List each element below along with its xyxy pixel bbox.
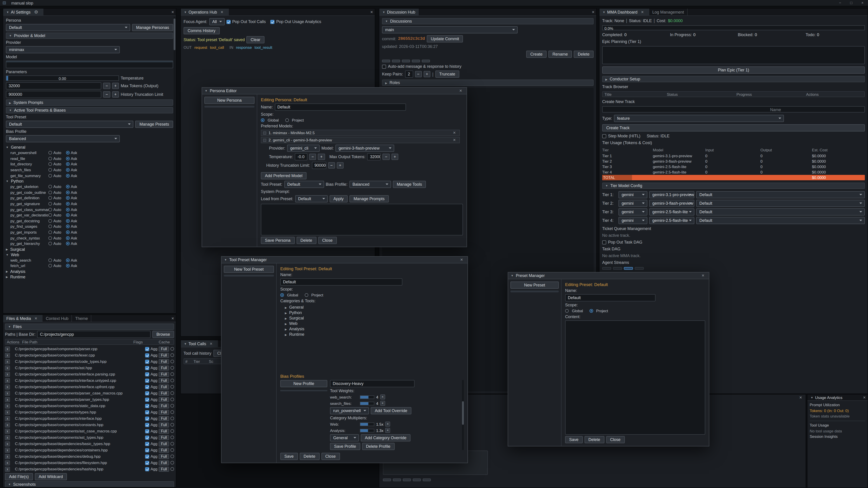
multiplier-slider[interactable] xyxy=(360,422,374,426)
remove-file-button[interactable]: x xyxy=(5,403,10,408)
close-icon[interactable]: × xyxy=(639,10,646,14)
tab-log-management[interactable]: Log Management xyxy=(649,8,688,15)
cache-radio[interactable] xyxy=(170,429,174,433)
add-file-button[interactable]: Add File(s) xyxy=(5,473,33,480)
cache-radio[interactable] xyxy=(170,423,174,427)
tab-operations-hub[interactable]: ▼ Operations Hub × xyxy=(181,8,229,15)
plan-epic-button[interactable]: Plan Epic (Tier 1) xyxy=(602,66,865,74)
stream-tab[interactable] xyxy=(635,267,644,270)
cache-radio[interactable] xyxy=(170,347,174,351)
tab-tool-calls[interactable]: ▼ Tool Calls × xyxy=(181,340,218,347)
agg-checkbox[interactable] xyxy=(145,435,149,440)
tool-preset-name-input[interactable]: Default xyxy=(280,278,402,286)
remove-file-button[interactable]: x xyxy=(5,410,10,415)
category-tree-item[interactable]: ▶ Python xyxy=(280,310,464,315)
category-tree-item[interactable]: ▶ Surgical xyxy=(280,315,464,321)
full-button[interactable]: Full xyxy=(159,410,169,415)
history-truncation-input[interactable]: 900000 xyxy=(312,162,326,169)
remove-file-button[interactable]: x xyxy=(5,454,10,459)
weight-slider[interactable] xyxy=(360,395,374,399)
agg-checkbox[interactable] xyxy=(145,347,149,351)
comms-history-button[interactable]: Comms History xyxy=(184,27,219,34)
remove-weight-button[interactable]: × xyxy=(380,394,385,399)
rename-discussion-button[interactable]: Rename xyxy=(548,51,572,58)
agg-checkbox[interactable] xyxy=(145,454,149,458)
decrement-button[interactable]: − xyxy=(309,154,316,160)
new-preset-button[interactable]: New Preset xyxy=(510,282,559,289)
close-icon[interactable]: × xyxy=(590,10,596,14)
remove-file-button[interactable]: x xyxy=(5,441,10,446)
remove-file-button[interactable]: x xyxy=(5,359,10,364)
remove-file-button[interactable]: x xyxy=(5,391,10,396)
ask-radio[interactable] xyxy=(66,162,69,166)
full-button[interactable]: Full xyxy=(159,403,169,408)
category-tree-item[interactable]: ▶ General xyxy=(280,304,464,310)
remove-file-button[interactable]: x xyxy=(5,346,10,351)
stream-tab[interactable] xyxy=(624,267,633,270)
popout-usage-checkbox[interactable] xyxy=(270,20,274,24)
files-section-header[interactable]: ▼ Files xyxy=(5,324,174,330)
auto-radio[interactable] xyxy=(49,151,52,155)
manage-tools-button[interactable]: Manage Tools xyxy=(393,181,426,188)
tool-group-header[interactable]: ▼ General xyxy=(6,144,173,150)
full-button[interactable]: Full xyxy=(159,454,169,459)
tool-preset-select[interactable]: Default xyxy=(6,121,133,128)
delete-button[interactable]: Delete xyxy=(584,436,604,443)
agg-checkbox[interactable] xyxy=(145,391,149,395)
gear-icon[interactable]: ⚙ xyxy=(32,10,40,14)
agg-checkbox[interactable] xyxy=(145,448,149,452)
add-tool-override-button[interactable]: Add Tool Override xyxy=(371,407,411,414)
base-dir-input[interactable]: C:/projects/gencpp xyxy=(37,331,151,338)
temperature-slider[interactable]: 0.00 xyxy=(6,75,119,81)
bias-profile-select[interactable]: Balanced xyxy=(6,135,120,142)
override-tool-select[interactable]: run_powershell xyxy=(330,407,369,414)
ask-radio[interactable] xyxy=(66,168,69,172)
minimize-icon[interactable]: − xyxy=(837,1,843,5)
remove-file-button[interactable]: x xyxy=(5,422,10,427)
cache-radio[interactable] xyxy=(170,404,174,408)
preferred-model-row[interactable]: 1. minimax - MiniMax-M2.5 × xyxy=(261,130,460,136)
save-profile-button[interactable]: Save Profile xyxy=(330,443,360,450)
manage-personas-button[interactable]: Manage Personas xyxy=(132,24,173,31)
full-button[interactable]: Full xyxy=(159,372,169,377)
persona-list-item[interactable] xyxy=(204,106,254,107)
remove-file-button[interactable]: x xyxy=(5,365,10,370)
agg-checkbox[interactable] xyxy=(145,366,149,370)
tier-provider-select[interactable]: gemini xyxy=(618,191,647,198)
cache-radio[interactable] xyxy=(170,448,174,452)
stream-tab[interactable] xyxy=(602,267,611,270)
auto-radio[interactable] xyxy=(49,196,52,200)
apply-button[interactable]: Apply xyxy=(329,195,348,202)
entry-action-button[interactable] xyxy=(402,60,410,62)
close-icon[interactable]: × xyxy=(169,316,176,321)
window-close-icon[interactable]: × xyxy=(860,1,865,5)
composer-action-button[interactable] xyxy=(413,479,421,481)
persona-name-input[interactable]: Default xyxy=(275,103,406,111)
agg-checkbox[interactable] xyxy=(145,353,149,357)
new-persona-button[interactable]: New Persona xyxy=(204,97,254,104)
ask-radio[interactable] xyxy=(66,202,69,205)
agg-checkbox[interactable] xyxy=(145,397,149,401)
remove-file-button[interactable]: x xyxy=(5,429,10,433)
track-name-input[interactable]: Name xyxy=(602,106,865,112)
increment-button[interactable]: + xyxy=(112,91,119,98)
remove-file-button[interactable]: x xyxy=(5,384,10,389)
tab-ai-settings[interactable]: ▼ AI Settings ⚙ xyxy=(3,8,43,15)
composer-action-button[interactable] xyxy=(393,479,401,481)
tier-provider-select[interactable]: gemini xyxy=(618,217,647,224)
auto-radio[interactable] xyxy=(49,219,52,223)
full-button[interactable]: Full xyxy=(159,422,169,427)
param-input[interactable]: 32000 xyxy=(6,82,101,90)
discussions-section-header[interactable]: ▼ Discussions xyxy=(382,18,594,24)
agg-checkbox[interactable] xyxy=(145,372,149,376)
auto-radio[interactable] xyxy=(49,236,52,240)
close-icon[interactable]: × xyxy=(798,395,804,400)
full-button[interactable]: Full xyxy=(159,435,169,440)
decrement-button[interactable]: − xyxy=(328,162,335,168)
ask-radio[interactable] xyxy=(66,174,69,177)
active-presets-section-header[interactable]: ▼ Active Tool Presets & Biases xyxy=(6,107,173,113)
tier-model-select[interactable]: gemini-2.5-flash-lite xyxy=(649,208,694,216)
cache-radio[interactable] xyxy=(170,391,174,395)
preferred-model-row[interactable]: 2. gemini_cli - gemini-3-flash-preview × xyxy=(261,137,460,143)
full-button[interactable]: Full xyxy=(159,365,169,370)
